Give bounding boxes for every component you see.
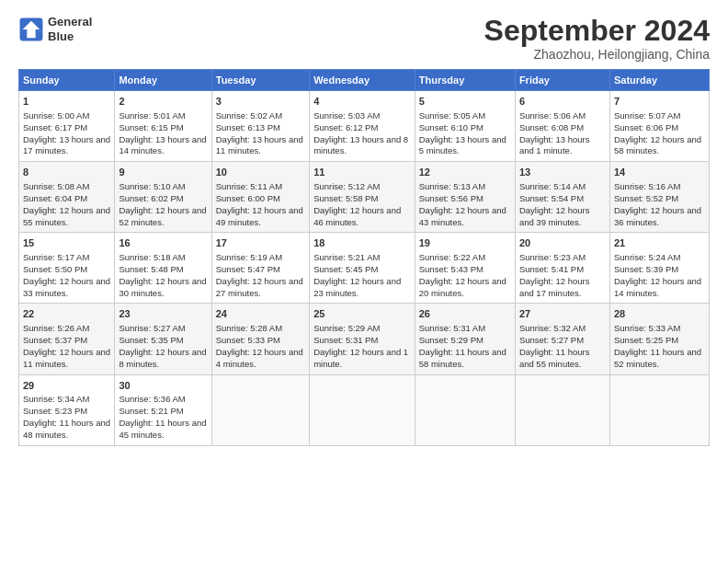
day-number: 27 [519,307,606,321]
col-friday: Friday [515,70,609,91]
table-cell: 25 Sunrise: 5:29 AMSunset: 5:31 PMDaylig… [310,304,415,374]
day-number: 13 [519,166,606,179]
cell-text: Sunrise: 5:18 AMSunset: 5:48 PMDaylight:… [119,252,206,297]
day-number: 30 [119,379,207,393]
table-cell: 2 Sunrise: 5:01 AMSunset: 6:15 PMDayligh… [115,91,211,162]
table-cell: 27 Sunrise: 5:32 AMSunset: 5:27 PMDaylig… [515,304,609,374]
day-number: 15 [23,236,110,250]
table-cell [609,374,709,445]
table-cell: 11 Sunrise: 5:12 AMSunset: 5:58 PMDaylig… [310,162,415,233]
day-number: 23 [119,307,207,321]
table-cell: 22 Sunrise: 5:26 AMSunset: 5:37 PMDaylig… [19,304,115,374]
cell-text: Sunrise: 5:03 AMSunset: 6:12 PMDaylight:… [313,110,408,155]
cell-text: Sunrise: 5:13 AMSunset: 5:56 PMDaylight:… [419,181,506,226]
table-cell: 26 Sunrise: 5:31 AMSunset: 5:29 PMDaylig… [415,304,515,374]
table-cell: 28 Sunrise: 5:33 AMSunset: 5:25 PMDaylig… [609,304,709,374]
cell-text: Sunrise: 5:22 AMSunset: 5:43 PMDaylight:… [419,252,506,297]
day-number: 24 [216,307,305,321]
table-cell: 20 Sunrise: 5:23 AMSunset: 5:41 PMDaylig… [515,233,609,304]
day-number: 16 [119,236,207,250]
col-tuesday: Tuesday [211,70,309,91]
cell-text: Sunrise: 5:11 AMSunset: 6:00 PMDaylight:… [216,181,303,226]
cell-text: Sunrise: 5:36 AMSunset: 5:21 PMDaylight:… [119,394,206,439]
cell-text: Sunrise: 5:06 AMSunset: 6:08 PMDaylight:… [519,110,590,155]
table-row: 8 Sunrise: 5:08 AMSunset: 6:04 PMDayligh… [19,162,710,233]
day-number: 20 [519,236,606,250]
table-cell: 4 Sunrise: 5:03 AMSunset: 6:12 PMDayligh… [310,91,415,162]
cell-text: Sunrise: 5:02 AMSunset: 6:13 PMDaylight:… [216,110,303,155]
table-cell: 17 Sunrise: 5:19 AMSunset: 5:47 PMDaylig… [211,233,309,304]
cell-text: Sunrise: 5:32 AMSunset: 5:27 PMDaylight:… [519,323,590,368]
subtitle: Zhaozhou, Heilongjiang, China [484,47,710,62]
table-cell: 14 Sunrise: 5:16 AMSunset: 5:52 PMDaylig… [609,162,709,233]
table-cell: 19 Sunrise: 5:22 AMSunset: 5:43 PMDaylig… [415,233,515,304]
col-monday: Monday [115,70,211,91]
table-cell [515,374,609,445]
day-number: 6 [519,95,606,109]
cell-text: Sunrise: 5:33 AMSunset: 5:25 PMDaylight:… [614,323,701,368]
day-number: 28 [614,307,705,321]
table-cell: 15 Sunrise: 5:17 AMSunset: 5:50 PMDaylig… [19,233,115,304]
day-number: 14 [614,166,705,179]
cell-text: Sunrise: 5:19 AMSunset: 5:47 PMDaylight:… [216,252,303,297]
table-cell: 7 Sunrise: 5:07 AMSunset: 6:06 PMDayligh… [609,91,709,162]
cell-text: Sunrise: 5:12 AMSunset: 5:58 PMDaylight:… [313,181,401,226]
cell-text: Sunrise: 5:34 AMSunset: 5:23 PMDaylight:… [23,394,110,439]
col-sunday: Sunday [19,70,115,91]
day-number: 8 [23,166,110,179]
cell-text: Sunrise: 5:24 AMSunset: 5:39 PMDaylight:… [614,252,701,297]
cell-text: Sunrise: 5:01 AMSunset: 6:15 PMDaylight:… [119,110,206,155]
table-row: 22 Sunrise: 5:26 AMSunset: 5:37 PMDaylig… [19,304,710,374]
col-saturday: Saturday [609,70,709,91]
day-number: 19 [419,236,511,250]
day-number: 1 [23,95,110,109]
table-cell [415,374,515,445]
cell-text: Sunrise: 5:27 AMSunset: 5:35 PMDaylight:… [119,323,206,368]
day-number: 26 [419,307,511,321]
table-row: 15 Sunrise: 5:17 AMSunset: 5:50 PMDaylig… [19,233,710,304]
cell-text: Sunrise: 5:26 AMSunset: 5:37 PMDaylight:… [23,323,110,368]
table-cell: 1 Sunrise: 5:00 AMSunset: 6:17 PMDayligh… [19,91,115,162]
table-cell: 6 Sunrise: 5:06 AMSunset: 6:08 PMDayligh… [515,91,609,162]
table-cell: 21 Sunrise: 5:24 AMSunset: 5:39 PMDaylig… [609,233,709,304]
table-row: 29 Sunrise: 5:34 AMSunset: 5:23 PMDaylig… [19,374,710,445]
table-cell: 5 Sunrise: 5:05 AMSunset: 6:10 PMDayligh… [415,91,515,162]
table-cell: 29 Sunrise: 5:34 AMSunset: 5:23 PMDaylig… [19,374,115,445]
cell-text: Sunrise: 5:28 AMSunset: 5:33 PMDaylight:… [216,323,303,368]
day-number: 7 [614,95,705,109]
cell-text: Sunrise: 5:29 AMSunset: 5:31 PMDaylight:… [313,323,408,368]
day-number: 4 [313,95,411,109]
cell-text: Sunrise: 5:14 AMSunset: 5:54 PMDaylight:… [519,181,590,226]
cell-text: Sunrise: 5:08 AMSunset: 6:04 PMDaylight:… [23,181,110,226]
day-number: 12 [419,166,511,179]
cell-text: Sunrise: 5:00 AMSunset: 6:17 PMDaylight:… [23,110,110,155]
logo-text: General Blue [48,15,92,43]
logo: General Blue [18,15,92,43]
col-thursday: Thursday [415,70,515,91]
cell-text: Sunrise: 5:31 AMSunset: 5:29 PMDaylight:… [419,323,506,368]
table-cell [211,374,309,445]
cell-text: Sunrise: 5:07 AMSunset: 6:06 PMDaylight:… [614,110,701,155]
table-cell: 18 Sunrise: 5:21 AMSunset: 5:45 PMDaylig… [310,233,415,304]
day-number: 3 [216,95,305,109]
col-wednesday: Wednesday [310,70,415,91]
day-number: 9 [119,166,207,179]
header-row: Sunday Monday Tuesday Wednesday Thursday… [19,70,710,91]
calendar-table: Sunday Monday Tuesday Wednesday Thursday… [18,69,710,445]
table-row: 1 Sunrise: 5:00 AMSunset: 6:17 PMDayligh… [19,91,710,162]
table-cell: 10 Sunrise: 5:11 AMSunset: 6:00 PMDaylig… [211,162,309,233]
header: General Blue September 2024 Zhaozhou, He… [18,15,710,62]
table-cell: 30 Sunrise: 5:36 AMSunset: 5:21 PMDaylig… [115,374,211,445]
day-number: 21 [614,236,705,250]
day-number: 22 [23,307,110,321]
table-cell: 13 Sunrise: 5:14 AMSunset: 5:54 PMDaylig… [515,162,609,233]
day-number: 11 [313,166,411,179]
title-block: September 2024 Zhaozhou, Heilongjiang, C… [484,15,710,62]
day-number: 2 [119,95,207,109]
day-number: 29 [23,379,110,393]
page: General Blue September 2024 Zhaozhou, He… [0,0,728,563]
cell-text: Sunrise: 5:21 AMSunset: 5:45 PMDaylight:… [313,252,401,297]
table-cell [310,374,415,445]
table-cell: 9 Sunrise: 5:10 AMSunset: 6:02 PMDayligh… [115,162,211,233]
table-cell: 16 Sunrise: 5:18 AMSunset: 5:48 PMDaylig… [115,233,211,304]
